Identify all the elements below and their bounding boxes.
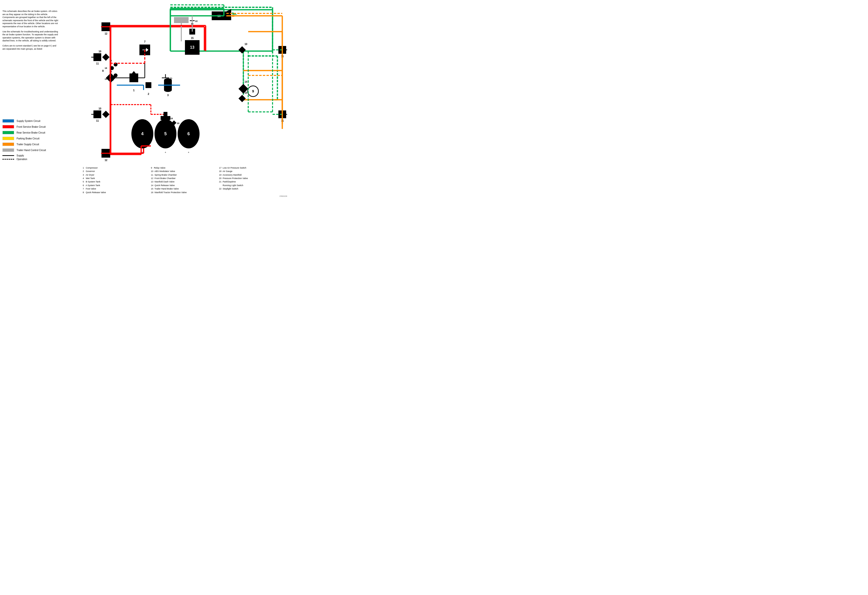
page: This schematic describes the air brake s… [0,0,289,199]
svg-text:21: 21 [170,77,172,80]
parts-col-2: 9 Relay Valve 10 ABS Modulator Valve 11 … [151,166,219,194]
svg-text:13: 13 [190,45,195,49]
trailer-hand-swatch [3,149,14,152]
part-11: 11 Spring Brake Chamber [151,173,219,177]
part-20: 20 Pressure Protection Valve [219,177,287,180]
part-1: 1 Compressor [83,166,151,169]
part-3: 3 Air Dryer [83,173,151,177]
supply-line-label: Supply [16,154,24,157]
part-21: 21 Park/Daytime [219,180,287,183]
svg-text:2: 2 [148,93,149,95]
svg-text:15: 15 [191,37,194,40]
part-5: 5 B System Tank [83,180,151,183]
svg-text:10: 10 [99,50,102,53]
version-label: V560228 [279,195,287,197]
svg-text:+: + [165,151,166,154]
legend-supply-system: Supply System Circuit [3,119,71,122]
svg-text:+: + [188,151,189,154]
operation-line-icon [3,159,14,159]
part-16: 16 Manifold Tractor Protection Valve [151,191,219,194]
supply-system-label: Supply System Circuit [16,120,40,122]
front-brake-label: Front Service Brake Circuit [16,125,46,128]
desc-para1: This schematic describes the air brake s… [3,10,58,28]
part-15: 15 Trailer Hand Brake Valve [151,187,219,190]
svg-text:18: 18 [105,78,107,80]
legend-rear-brake: Rear Service Brake Circuit [3,131,71,134]
operation-line-item: Operation [3,158,71,161]
supply-system-swatch [3,119,14,122]
svg-rect-31 [146,82,151,88]
part-2: 2 Governor [83,169,151,173]
svg-rect-62 [93,53,101,61]
svg-text:14: 14 [245,81,248,83]
part-12: 12 Front Brake Chamber [151,177,219,180]
diagram-svg: 1 2 3 4 + 5 [73,3,287,180]
supply-line-icon [3,155,14,156]
part-17: 17 Low Air Pressure Switch [219,166,287,169]
svg-rect-26 [174,17,189,23]
svg-point-93 [114,74,118,77]
parking-swatch [3,137,14,140]
svg-text:12: 12 [105,159,108,162]
part-9: 9 Relay Valve [151,166,219,169]
part-14: 14 Quick Release Valve [151,184,219,187]
svg-text:12: 12 [105,32,108,35]
description-block: This schematic describes the air brake s… [3,10,58,50]
svg-rect-65 [93,110,101,118]
part-21-cont: Running Light Switch [219,184,287,187]
rear-brake-label: Rear Service Brake Circuit [16,131,45,134]
svg-text:4: 4 [141,131,143,136]
legend-trailer-supply: Trailer Supply Circuit [3,143,71,146]
schematic-diagram: 1 2 3 4 + 5 [73,3,287,180]
trailer-supply-label: Trailer Supply Circuit [16,143,39,146]
svg-text:3: 3 [167,94,169,97]
part-19: 19 Accessory Manifold [219,173,287,177]
operation-line-label: Operation [16,158,27,161]
svg-text:20: 20 [177,122,179,125]
svg-text:11: 11 [96,119,99,122]
parts-list: 1 Compressor 2 Governor 3 Air Dryer 4 We… [83,166,287,194]
trailer-hand-label: Trailer Hand Control Circuit [16,149,46,152]
svg-text:22: 22 [195,20,198,22]
svg-text:1: 1 [133,89,134,92]
part-6: 6 A System Tank [83,184,151,187]
svg-text:19: 19 [170,117,173,120]
svg-text:5: 5 [164,131,167,136]
part-8: 8 Quick Release Valve [83,191,151,194]
part-10: 10 ABS Modulator Valve [151,169,219,173]
part-13: 13 Manifold Dash Valve [151,180,219,183]
part-22: 22 Stoplight Switch [219,187,287,190]
svg-text:+: + [142,151,143,154]
desc-para3: Colors are to current standard ( see lis… [3,44,58,50]
svg-text:7: 7 [144,40,146,43]
legend-front-brake: Front Service Brake Circuit [3,125,71,128]
part-7: 7 Foot Valve [83,187,151,190]
legend-parking: Parking Brake Circuit [3,137,71,140]
trailer-supply-swatch [3,143,14,146]
svg-rect-100 [161,116,170,120]
svg-text:10: 10 [99,107,102,110]
front-brake-swatch [3,125,14,128]
svg-point-35 [164,88,172,92]
desc-para2: Use the schematic for troubleshooting an… [3,30,58,42]
svg-text:11: 11 [96,62,99,65]
legend: Supply System Circuit Front Service Brak… [3,119,71,162]
supply-line-item: Supply [3,154,71,157]
part-4: 4 Wet Tank [83,177,151,180]
legend-trailer-hand: Trailer Hand Control Circuit [3,149,71,152]
rear-brake-swatch [3,131,14,134]
parts-col-1: 1 Compressor 2 Governor 3 Air Dryer 4 We… [83,166,151,194]
parking-label: Parking Brake Circuit [16,137,40,140]
svg-text:6: 6 [187,131,190,136]
svg-text:18: 18 [105,67,107,69]
part-18: 18 Air Gauge [219,169,287,173]
parts-col-3: 17 Low Air Pressure Switch 18 Air Gauge … [219,166,287,194]
svg-text:10: 10 [245,43,248,46]
svg-text:8: 8 [102,69,104,72]
svg-text:9: 9 [252,89,254,93]
component-13-manifold-dash-valve: 13 [185,40,199,55]
legend-lines: Supply Operation [3,154,71,161]
